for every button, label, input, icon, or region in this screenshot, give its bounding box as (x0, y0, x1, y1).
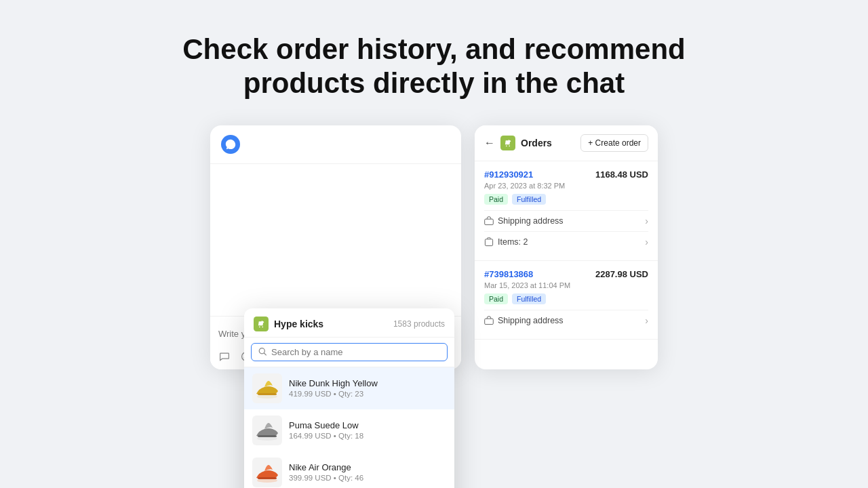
orders-title-group: ← Orders (484, 136, 552, 150)
product-thumb (252, 373, 282, 403)
order-badges: Paid Fulfilled (484, 194, 648, 205)
search-box[interactable] (251, 343, 448, 361)
product-info: Nike Dunk High Yellow 419.99 USD • Qty: … (289, 378, 446, 398)
svg-point-1 (259, 326, 260, 327)
product-thumb (252, 458, 282, 487)
product-thumb (252, 415, 282, 445)
search-input[interactable] (271, 347, 440, 357)
svg-rect-22 (485, 319, 494, 324)
orders-panel: ← Orders + Create order #912930921 1168.… (475, 125, 658, 369)
order-badges: Paid Fulfilled (484, 293, 648, 304)
svg-rect-6 (258, 393, 277, 395)
shopify-orders-icon (500, 136, 515, 150)
svg-rect-20 (485, 219, 494, 224)
chevron-down-icon: › (645, 315, 648, 326)
back-button[interactable]: ← (484, 137, 495, 149)
order-id[interactable]: #912930921 (484, 169, 533, 180)
svg-rect-8 (258, 435, 277, 437)
chat-header (210, 125, 461, 164)
search-icon (258, 347, 267, 357)
shopify-bag-icon (254, 317, 269, 331)
fulfilled-badge: Fulfilled (512, 194, 546, 205)
svg-line-4 (264, 353, 267, 355)
ui-demo-area: Hype kicks 1583 products (210, 125, 658, 369)
paid-badge: Paid (484, 194, 508, 205)
paid-badge: Paid (484, 293, 508, 304)
product-dropdown-header: Hype kicks 1583 products (244, 308, 454, 338)
svg-point-19 (509, 145, 510, 146)
order-date: Mar 15, 2023 at 11:04 PM (484, 281, 648, 289)
product-info: Nike Air Orange 399.99 USD • Qty: 46 (289, 462, 446, 482)
headline: Check order history, and recommend produ… (182, 33, 685, 101)
shipping-icon (484, 316, 494, 325)
orders-header: ← Orders + Create order (475, 125, 658, 161)
chat-bubble-icon[interactable] (218, 350, 231, 363)
items-row[interactable]: Items: 2 › (484, 231, 648, 252)
list-item[interactable]: Puma Suede Low 164.99 USD • Qty: 18 (244, 409, 454, 451)
order-amount: 2287.98 USD (595, 269, 648, 279)
shipping-address-row[interactable]: Shipping address › (484, 310, 648, 331)
order-top-row: #739813868 2287.98 USD (484, 269, 648, 279)
fulfilled-badge: Fulfilled (512, 293, 546, 304)
product-dropdown: Hype kicks 1583 products (244, 308, 454, 488)
order-block: #739813868 2287.98 USD Mar 15, 2023 at 1… (475, 261, 658, 340)
chat-panel: Hype kicks 1583 products (210, 125, 461, 369)
shipping-icon (484, 216, 494, 226)
orders-title: Orders (521, 138, 552, 148)
order-date: Apr 23, 2023 at 8:32 PM (484, 182, 648, 190)
chevron-down-icon: › (645, 237, 648, 247)
chat-logo (221, 135, 240, 154)
order-amount: 1168.48 USD (595, 169, 648, 180)
store-branding: Hype kicks (254, 317, 323, 331)
create-order-button[interactable]: + Create order (580, 134, 648, 152)
items-icon (484, 237, 494, 247)
shipping-address-row[interactable]: Shipping address › (484, 210, 648, 231)
order-id[interactable]: #739813868 (484, 269, 533, 279)
list-item[interactable]: Nike Dunk High Yellow 419.99 USD • Qty: … (244, 367, 454, 409)
svg-rect-10 (258, 477, 277, 479)
product-info: Puma Suede Low 164.99 USD • Qty: 18 (289, 420, 446, 440)
svg-rect-21 (485, 239, 492, 246)
chevron-down-icon: › (645, 216, 648, 226)
svg-point-2 (262, 326, 263, 327)
product-list: Nike Dunk High Yellow 419.99 USD • Qty: … (244, 367, 454, 488)
svg-point-18 (506, 145, 507, 146)
list-item[interactable]: Nike Air Orange 399.99 USD • Qty: 46 (244, 451, 454, 488)
product-search-area (244, 338, 454, 367)
order-block: #912930921 1168.48 USD Apr 23, 2023 at 8… (475, 161, 658, 261)
order-top-row: #912930921 1168.48 USD (484, 169, 648, 180)
